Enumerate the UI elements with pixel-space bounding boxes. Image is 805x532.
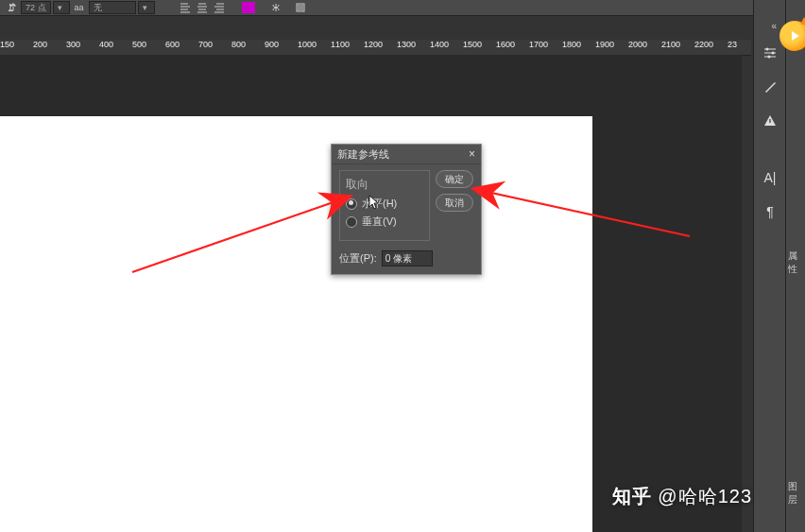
horizontal-ruler: 1502003004005006007008009001000110012001… — [0, 40, 751, 56]
canvas-viewport[interactable] — [0, 55, 742, 532]
panel-icon[interactable] — [293, 1, 308, 14]
watermark: 知乎 @哈哈123 — [0, 484, 752, 509]
character-panel-icon[interactable]: A| — [761, 168, 779, 187]
svg-point-1 — [766, 48, 769, 51]
orientation-group: 取向 水平(H) 垂直(V) — [339, 170, 430, 241]
new-guide-dialog: 新建参考线 × 取向 水平(H) 垂直(V) 确定 取消 位置(P): — [331, 144, 482, 275]
right-icon-strip: A| ¶ — [753, 0, 786, 532]
dialog-title-text: 新建参考线 — [337, 147, 389, 162]
expand-panels-icon[interactable]: « — [771, 21, 777, 31]
position-field[interactable] — [382, 250, 433, 266]
svg-point-2 — [772, 52, 775, 55]
radio-icon — [346, 216, 357, 228]
aa-icon: aa — [72, 1, 87, 14]
radio-icon — [346, 198, 357, 210]
ok-button[interactable]: 确定 — [436, 170, 473, 188]
text-tool-icon[interactable] — [4, 1, 19, 14]
right-panels: 属性 图层 — [785, 0, 805, 532]
adjustments-icon[interactable] — [761, 43, 779, 62]
radio-vertical-label: 垂直(V) — [362, 215, 397, 229]
dialog-titlebar[interactable]: 新建参考线 × — [332, 145, 481, 164]
svg-point-3 — [768, 56, 771, 59]
paragraph-panel-icon[interactable]: ¶ — [761, 202, 779, 221]
radio-horizontal[interactable]: 水平(H) — [346, 197, 423, 211]
radio-vertical[interactable]: 垂直(V) — [346, 215, 423, 229]
close-icon[interactable]: × — [469, 147, 475, 161]
warp-text-icon[interactable] — [268, 1, 283, 14]
font-size-dropdown[interactable]: ▾ — [53, 1, 70, 14]
antialias-dropdown[interactable]: ▾ — [138, 1, 155, 14]
color-swatch[interactable] — [242, 2, 255, 13]
position-row: 位置(P): — [332, 250, 481, 274]
warning-icon[interactable] — [761, 112, 779, 130]
zhihu-logo: 知乎 — [612, 484, 652, 509]
watermark-user: @哈哈123 — [658, 484, 752, 509]
align-left-icon[interactable] — [178, 1, 193, 14]
align-right-icon[interactable] — [212, 1, 227, 14]
player-logo-icon — [779, 21, 805, 51]
brush-icon[interactable] — [761, 77, 779, 96]
top-toolbar: 72 点 ▾ aa 无 ▾ — [0, 0, 805, 16]
font-size-field[interactable]: 72 点 — [21, 1, 51, 14]
layers-panel-label[interactable]: 图层 — [786, 476, 805, 510]
antialias-field[interactable]: 无 — [89, 1, 136, 14]
position-label: 位置(P): — [339, 251, 377, 266]
artboard[interactable] — [0, 116, 592, 532]
cancel-button[interactable]: 取消 — [436, 194, 473, 212]
orientation-legend: 取向 — [346, 178, 368, 191]
radio-horizontal-label: 水平(H) — [362, 197, 397, 211]
properties-panel-label[interactable]: 属性 — [786, 246, 805, 280]
align-center-icon[interactable] — [195, 1, 210, 14]
